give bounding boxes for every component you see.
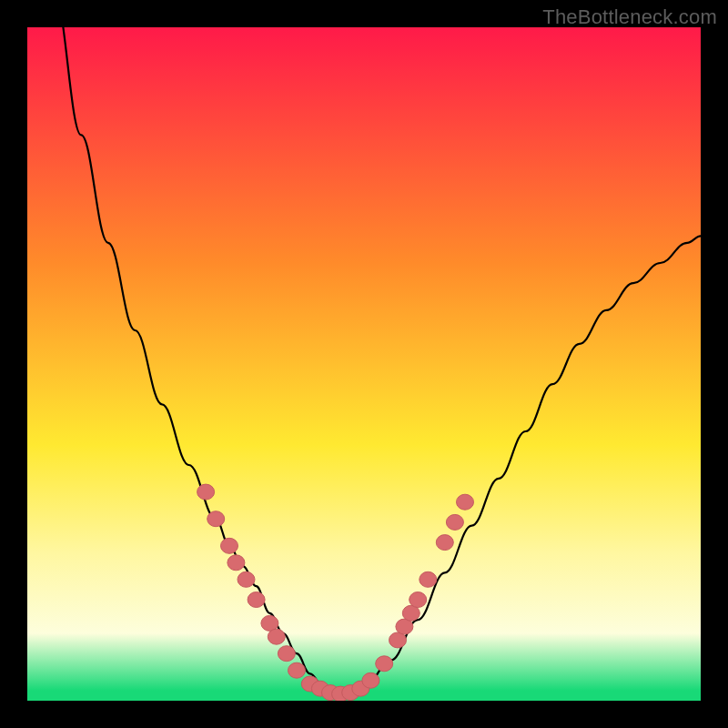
- data-point: [420, 571, 437, 587]
- gradient-background: [27, 27, 701, 701]
- data-point: [446, 514, 463, 530]
- data-point: [268, 629, 285, 644]
- watermark-text: TheBottleneck.com: [542, 5, 717, 29]
- data-point: [197, 484, 215, 500]
- data-point: [362, 672, 379, 688]
- data-point: [228, 555, 245, 571]
- data-point: [376, 656, 393, 672]
- data-point: [457, 494, 474, 510]
- chart-frame: [27, 27, 701, 701]
- data-point: [278, 646, 295, 662]
- data-point: [238, 571, 255, 587]
- data-point: [248, 592, 265, 608]
- data-point: [288, 662, 306, 678]
- bottleneck-chart: [27, 27, 701, 701]
- data-point: [410, 592, 427, 608]
- data-point: [207, 511, 225, 527]
- data-point: [436, 535, 453, 551]
- data-point: [221, 538, 238, 553]
